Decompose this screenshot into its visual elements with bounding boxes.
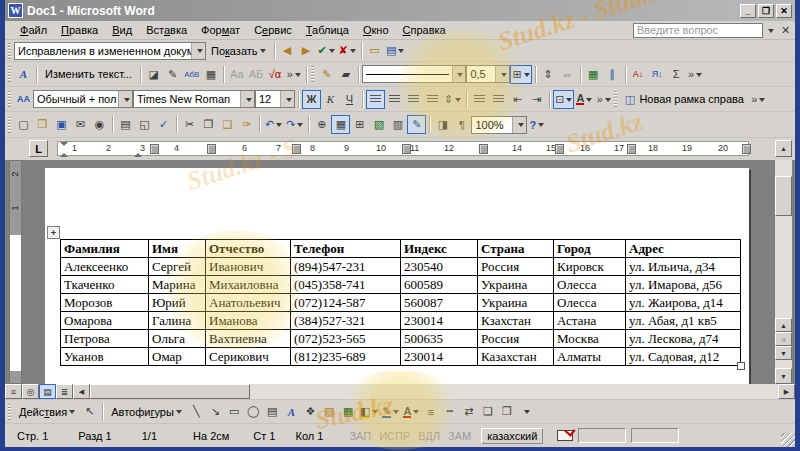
decrease-indent-button[interactable]: ⇤	[508, 90, 527, 109]
resize-grip[interactable]	[781, 433, 795, 447]
insert-clipart-button[interactable]: ▧	[320, 402, 339, 421]
help-button[interactable]: ?	[527, 115, 546, 134]
document-map-button[interactable]: ◨	[433, 115, 452, 134]
bold-button[interactable]: Ж	[302, 90, 321, 109]
vertical-ruler[interactable]: 2 1	[9, 160, 22, 384]
wordart-shape-button[interactable]: АбВ	[182, 65, 201, 84]
insert-hyperlink-button[interactable]: ⊕	[312, 115, 331, 134]
print-preview-button[interactable]: ◱	[135, 115, 154, 134]
vertical-scrollbar[interactable]: ▲ ○ ▼ ▼	[775, 160, 792, 384]
wordart-same-height-button[interactable]: Аа	[227, 65, 246, 84]
rectangle-button[interactable]: ▭	[225, 402, 244, 421]
table-column-marker[interactable]	[555, 144, 564, 154]
insert-diagram-button[interactable]: ❖	[301, 402, 320, 421]
select-objects-button[interactable]: ↖	[80, 402, 99, 421]
horizontal-ruler[interactable]: 1 2 3 4 5 6 7 8 9 10 11 12 13 14 15 16 1…	[57, 141, 749, 156]
scroll-right-icon[interactable]: ▶	[778, 384, 795, 399]
table-move-handle[interactable]: +	[47, 226, 60, 239]
arrow-button[interactable]: ↘	[206, 402, 225, 421]
redo-button[interactable]: ↷	[284, 115, 305, 134]
col-header[interactable]: Отчество	[206, 240, 291, 258]
format-painter-button[interactable]: ✑	[237, 115, 256, 134]
chevron-down-icon[interactable]	[118, 91, 132, 107]
col-header[interactable]: Город	[554, 240, 626, 258]
tables-borders-button[interactable]: ▦	[331, 115, 350, 134]
format-wordart-button[interactable]: ✎	[163, 65, 182, 84]
paste-button[interactable]: ❑	[218, 115, 237, 134]
col-header[interactable]: Телефон	[291, 240, 401, 258]
toolbar-grip[interactable]	[311, 66, 314, 82]
fill-color-button[interactable]: ◧	[358, 402, 380, 421]
document-page[interactable]: + Фамилия Имя Отчество Телефон Индекс Ст…	[45, 168, 749, 384]
col-header[interactable]: Фамилия	[61, 240, 149, 258]
chevron-down-icon[interactable]	[280, 91, 294, 107]
zoom-combo[interactable]: 100%	[471, 116, 527, 134]
scroll-up-icon[interactable]: ▲	[775, 140, 792, 157]
right-indent-marker[interactable]	[134, 149, 142, 157]
spelling-button[interactable]: ✓	[154, 115, 173, 134]
accept-change-button[interactable]: ✔	[316, 41, 337, 60]
wordart-vertical-button[interactable]: АБ	[246, 65, 265, 84]
chevron-down-icon[interactable]	[495, 66, 509, 82]
border-button[interactable]: ⊡	[553, 90, 574, 109]
table-column-marker[interactable]	[627, 144, 636, 154]
menu-view[interactable]: Вид	[105, 22, 139, 38]
col-header[interactable]: Индекс	[401, 240, 478, 258]
toolbar-options-icon[interactable]	[516, 402, 535, 421]
autosum-button[interactable]: Σ	[667, 65, 686, 84]
line-weight-combo[interactable]: 0,5	[466, 65, 510, 83]
col-header[interactable]: Страна	[478, 240, 554, 258]
scroll-down-icon[interactable]: ▼	[775, 368, 792, 384]
toolbar-grip[interactable]	[8, 91, 11, 107]
align-left-button[interactable]	[366, 90, 385, 109]
horizontal-scroll-thumb[interactable]	[90, 384, 250, 399]
menu-window[interactable]: Окно	[356, 22, 396, 38]
drawing-button[interactable]: ✎	[407, 115, 426, 134]
scroll-left-icon[interactable]: ◀	[73, 384, 90, 399]
menu-edit[interactable]: Правка	[54, 22, 105, 38]
oval-button[interactable]: ◯	[244, 402, 263, 421]
insert-wordart-button[interactable]: A	[14, 65, 33, 84]
chevron-down-icon[interactable]	[191, 43, 205, 59]
outline-view-button[interactable]: ≣	[56, 384, 73, 399]
normal-view-button[interactable]: ≡	[5, 384, 22, 399]
ask-dropdown-icon[interactable]	[763, 21, 776, 40]
previous-change-button[interactable]: ◀	[278, 41, 297, 60]
font-combo[interactable]: Times New Roman	[133, 90, 255, 108]
maximize-button[interactable]: ❐	[758, 4, 774, 18]
line-style-combo[interactable]	[362, 65, 466, 83]
col-header[interactable]: Адрес	[626, 240, 741, 258]
styles-formatting-button[interactable]: АА	[14, 90, 33, 109]
browse-next-icon[interactable]: ▼	[775, 346, 792, 360]
menu-help[interactable]: Справка	[396, 22, 453, 38]
table-autoformat-button[interactable]: ▦	[584, 65, 603, 84]
menu-tools[interactable]: Сервис	[247, 22, 299, 38]
chevron-down-icon[interactable]	[512, 117, 526, 133]
dash-style-button[interactable]: ┅	[440, 402, 459, 421]
mail-button[interactable]: ✉	[71, 115, 90, 134]
close-button[interactable]: ✕	[776, 4, 792, 18]
outside-border-button[interactable]: ⊞	[510, 65, 531, 84]
align-center-button[interactable]	[385, 90, 404, 109]
display-for-review-combo[interactable]: Исправления в измененном докумен	[14, 42, 206, 60]
menu-file[interactable]: Файл	[13, 22, 54, 38]
browse-previous-icon[interactable]: ▲	[775, 318, 792, 332]
distribute-columns-button[interactable]: ⇔	[558, 65, 577, 84]
new-frame-right-button[interactable]: Новая рамка справа	[639, 90, 748, 109]
ask-question-input[interactable]	[633, 23, 763, 38]
wordart-gallery-button[interactable]: ◪	[144, 65, 163, 84]
equation-button[interactable]: √α	[265, 65, 284, 84]
print-layout-view-button[interactable]: ▤	[39, 384, 56, 399]
show-hide-paragraph-button[interactable]: ¶	[452, 115, 471, 134]
menu-format[interactable]: Формат	[194, 22, 247, 38]
wordart-wrap-button[interactable]: ▦	[201, 65, 220, 84]
columns-button[interactable]: ▥	[388, 115, 407, 134]
autoshapes-button[interactable]: Автофигуры	[106, 402, 187, 421]
underline-button[interactable]: Ч	[340, 90, 359, 109]
next-change-button[interactable]: ▶	[297, 41, 316, 60]
toolbar-grip[interactable]	[8, 43, 11, 59]
table-column-marker[interactable]	[742, 144, 751, 154]
table-column-marker[interactable]	[150, 144, 159, 154]
open-button[interactable]: ❒	[33, 115, 52, 134]
table-column-marker[interactable]	[207, 144, 216, 154]
